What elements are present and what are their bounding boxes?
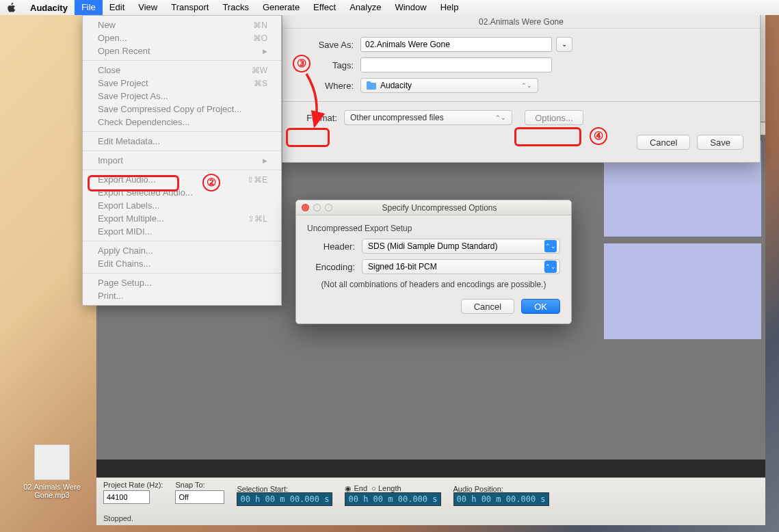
menu-edit[interactable]: Edit	[103, 0, 131, 15]
folder-icon	[367, 81, 376, 90]
header-label: Header:	[307, 241, 362, 252]
menu-item-page-setup[interactable]: Page Setup...	[83, 276, 281, 289]
save-as-input[interactable]	[360, 37, 552, 52]
options-window: Specify Uncompressed Options Uncompresse…	[295, 200, 572, 324]
waveform[interactable]	[604, 243, 761, 339]
menu-item-import[interactable]: Import	[83, 154, 281, 167]
zoom-icon	[325, 204, 332, 211]
export-sheet: 02.Animals Were Gone Save As: ⌄ Tags: Wh…	[282, 15, 761, 163]
menu-separator	[83, 60, 281, 61]
selection-start-time[interactable]: 00 h 00 m 00.000 s	[237, 492, 332, 506]
menu-tracks[interactable]: Tracks	[215, 0, 256, 15]
file-dropdown: New⌘N Open...⌘O Open Recent Close⌘W Save…	[82, 15, 282, 306]
encoding-select[interactable]: Signed 16-bit PCM⌃⌄	[362, 259, 560, 274]
options-button[interactable]: Options...	[525, 110, 583, 125]
end-radio[interactable]: ◉ End	[345, 484, 367, 492]
tags-input[interactable]	[360, 57, 552, 72]
menu-item-edit-metadata[interactable]: Edit Metadata...	[83, 135, 281, 148]
menu-generate[interactable]: Generate	[256, 0, 306, 15]
app-name: Audacity	[23, 3, 75, 13]
menu-item-close[interactable]: Close⌘W	[83, 64, 281, 77]
cancel-button[interactable]: Cancel	[461, 299, 514, 314]
cancel-button[interactable]: Cancel	[637, 135, 690, 150]
encoding-label: Encoding:	[307, 262, 362, 272]
audio-position-time[interactable]: 00 h 00 m 00.000 s	[453, 492, 549, 506]
apple-icon	[5, 1, 18, 14]
project-rate-label: Project Rate (Hz):	[103, 481, 163, 489]
window-titlebar[interactable]: Specify Uncompressed Options	[296, 200, 571, 215]
expand-button[interactable]: ⌄	[556, 37, 572, 52]
sheet-title: 02.Animals Were Gone	[282, 15, 760, 29]
save-as-label: Save As:	[299, 40, 360, 50]
window-controls[interactable]	[296, 204, 338, 211]
menu-file[interactable]: File	[75, 0, 103, 15]
menu-item-open-recent[interactable]: Open Recent	[83, 44, 281, 57]
where-select[interactable]: Audacity ⌃⌄	[360, 78, 538, 93]
menu-item-export-audio[interactable]: Export Audio...⇧⌘E	[83, 173, 281, 186]
status-text: Stopped.	[103, 514, 133, 522]
close-icon[interactable]	[302, 204, 309, 211]
menu-separator	[83, 241, 281, 241]
menu-view[interactable]: View	[131, 0, 164, 15]
menu-item-open[interactable]: Open...⌘O	[83, 31, 281, 44]
selection-end-time[interactable]: 00 h 00 m 00.000 s	[345, 492, 440, 506]
menu-help[interactable]: Help	[434, 0, 466, 15]
window-title: Specify Uncompressed Options	[338, 203, 571, 213]
file-thumbnail-icon	[34, 444, 70, 480]
menu-item-export-selected[interactable]: Export Selected Audio...	[83, 186, 281, 199]
menu-item-export-labels[interactable]: Export Labels...	[83, 199, 281, 212]
snap-select[interactable]	[175, 490, 224, 504]
menu-item-save-project[interactable]: Save Project⌘S	[83, 77, 281, 90]
ok-button[interactable]: OK	[521, 299, 560, 314]
menu-separator	[83, 150, 281, 151]
options-caption: Uncompressed Export Setup	[307, 224, 560, 233]
menu-item-check-deps[interactable]: Check Dependencies...	[83, 116, 281, 129]
menu-item-save-compressed[interactable]: Save Compressed Copy of Project...	[83, 103, 281, 116]
menu-analyze[interactable]: Analyze	[343, 0, 388, 15]
bottom-toolbar: Project Rate (Hz): Snap To: Selection St…	[96, 477, 765, 525]
snap-label: Snap To:	[175, 481, 224, 489]
where-label: Where:	[299, 81, 360, 91]
menu-transport[interactable]: Transport	[164, 0, 215, 15]
menu-separator	[83, 131, 281, 132]
length-radio[interactable]: ○ Length	[371, 484, 401, 492]
menu-item-edit-chains[interactable]: Edit Chains...	[83, 257, 281, 270]
menu-separator	[83, 273, 281, 274]
file-name: 02.Animals Were Gone.mp3	[23, 483, 81, 499]
svg-rect-3	[367, 81, 371, 84]
system-menubar: Audacity File Edit View Transport Tracks…	[0, 0, 779, 15]
menu-window[interactable]: Window	[388, 0, 433, 15]
svg-rect-1	[604, 243, 761, 339]
save-button[interactable]: Save	[697, 135, 743, 150]
desktop-file-icon[interactable]: 02.Animals Were Gone.mp3	[23, 444, 81, 499]
menu-item-export-midi[interactable]: Export MIDI...	[83, 225, 281, 238]
options-note: (Not all combinations of headers and enc…	[307, 280, 560, 289]
menu-item-save-as[interactable]: Save Project As...	[83, 90, 281, 103]
menu-item-export-multiple[interactable]: Export Multiple...⇧⌘L	[83, 212, 281, 225]
minimize-icon	[313, 204, 321, 211]
project-rate-input[interactable]	[103, 490, 150, 504]
header-select[interactable]: SDS (Midi Sample Dump Standard)⌃⌄	[362, 239, 560, 254]
menu-item-print[interactable]: Print...	[83, 289, 281, 302]
menu-effect[interactable]: Effect	[306, 0, 343, 15]
format-select[interactable]: Other uncompressed files⌃⌄	[344, 110, 512, 125]
menu-separator	[83, 170, 281, 170]
tags-label: Tags:	[299, 60, 360, 70]
format-label: Format:	[299, 113, 344, 123]
menu-item-new[interactable]: New⌘N	[83, 18, 281, 31]
menu-item-apply-chain[interactable]: Apply Chain...	[83, 244, 281, 257]
